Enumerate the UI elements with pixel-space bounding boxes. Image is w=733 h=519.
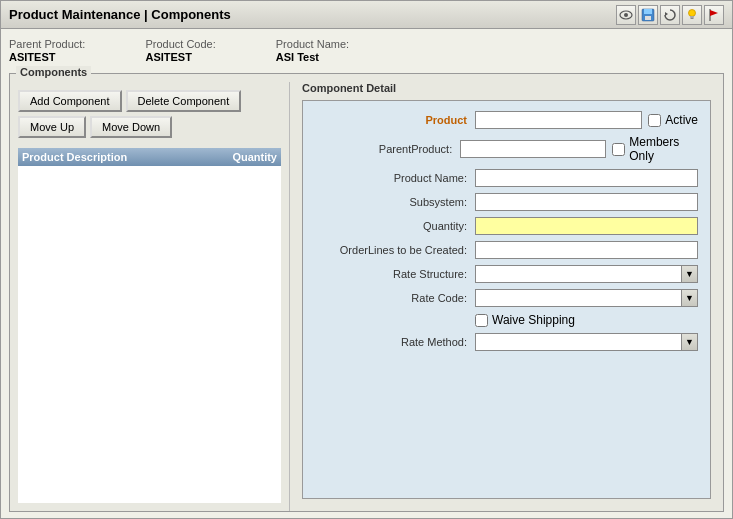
top-button-row: Add Component Delete Component [18,90,281,112]
members-only-label: Members Only [629,135,698,163]
title-sub: Components [151,7,230,22]
components-section: Components Add Component Delete Componen… [9,73,724,512]
quantity-label: Quantity: [315,220,475,232]
svg-rect-3 [644,9,652,14]
rate-method-arrow[interactable]: ▼ [681,334,697,350]
components-inner: Add Component Delete Component Move Up M… [10,74,723,511]
members-only-checkbox[interactable] [612,143,625,156]
active-checkbox[interactable] [648,114,661,127]
rate-structure-arrow[interactable]: ▼ [681,266,697,282]
active-label: Active [665,113,698,127]
window-title: Product Maintenance | Components [9,7,231,22]
waive-shipping-row: Waive Shipping [315,313,698,327]
product-input[interactable] [475,111,642,129]
svg-rect-7 [690,16,694,18]
flag-icon-button[interactable] [704,5,724,25]
title-bar: Product Maintenance | Components [1,1,732,29]
list-header: Product Description Quantity [18,148,281,166]
product-name-row: Product Name: [315,169,698,187]
waive-shipping-group: Waive Shipping [475,313,698,327]
parentproduct-input[interactable] [460,140,606,158]
waive-shipping-label: Waive Shipping [492,313,575,327]
rate-method-dropdown[interactable]: ▼ [475,333,698,351]
product-label: Product [315,114,475,126]
add-component-button[interactable]: Add Component [18,90,122,112]
detail-legend: Component Detail [298,82,400,94]
list-header-description: Product Description [22,151,217,163]
parentproduct-row: ParentProduct: Members Only [315,135,698,163]
refresh-icon-button[interactable] [660,5,680,25]
rate-structure-label: Rate Structure: [315,268,475,280]
rate-code-row: Rate Code: ▼ [315,289,698,307]
svg-marker-10 [710,10,718,16]
main-window: Product Maintenance | Components [0,0,733,519]
parentproduct-label: ParentProduct: [315,143,460,155]
bottom-button-row: Move Up Move Down [18,116,281,138]
left-panel: Add Component Delete Component Move Up M… [10,82,290,511]
list-header-quantity: Quantity [217,151,277,163]
quantity-input[interactable] [475,217,698,235]
parent-product-group: Parent Product: ASITEST [9,37,85,63]
svg-rect-4 [645,16,651,20]
svg-point-6 [689,9,696,16]
subsystem-input[interactable] [475,193,698,211]
title-main: Product Maintenance [9,7,140,22]
svg-rect-8 [691,17,694,19]
product-row: Product Active [315,111,698,129]
toolbar-icons [616,5,724,25]
bulb-icon-button[interactable] [682,5,702,25]
subsystem-label: Subsystem: [315,196,475,208]
save-icon-button[interactable] [638,5,658,25]
quantity-row: Quantity: [315,217,698,235]
product-name-input[interactable] [475,169,698,187]
rate-code-dropdown[interactable]: ▼ [475,289,698,307]
product-code-value: ASITEST [145,51,215,63]
orderlines-row: OrderLines to be Created: [315,241,698,259]
svg-marker-5 [665,12,668,16]
components-list [18,166,281,503]
detail-box: Product Active ParentProduct: [302,100,711,499]
orderlines-input[interactable] [475,241,698,259]
right-panel: Component Detail Product Active [290,82,723,511]
parent-product-label: Parent Product: [9,38,85,50]
parent-info-row: Parent Product: ASITEST Product Code: AS… [9,35,724,65]
members-only-group: Members Only [612,135,698,163]
rate-code-arrow[interactable]: ▼ [681,290,697,306]
product-name-group: Product Name: ASI Test [276,37,349,63]
svg-point-1 [624,13,628,17]
product-name-value: ASI Test [276,51,349,63]
move-up-button[interactable]: Move Up [18,116,86,138]
active-group: Active [648,113,698,127]
main-content: Parent Product: ASITEST Product Code: AS… [1,29,732,518]
delete-component-button[interactable]: Delete Component [126,90,242,112]
product-name-label: Product Name: [276,38,349,50]
rate-structure-row: Rate Structure: ▼ [315,265,698,283]
waive-shipping-checkbox[interactable] [475,314,488,327]
subsystem-row: Subsystem: [315,193,698,211]
components-legend: Components [16,66,91,78]
rate-code-label: Rate Code: [315,292,475,304]
product-code-label: Product Code: [145,38,215,50]
rate-structure-dropdown[interactable]: ▼ [475,265,698,283]
eye-icon-button[interactable] [616,5,636,25]
parent-product-value: ASITEST [9,51,85,63]
rate-method-row: Rate Method: ▼ [315,333,698,351]
product-name-form-label: Product Name: [315,172,475,184]
product-code-group: Product Code: ASITEST [145,37,215,63]
orderlines-label: OrderLines to be Created: [315,244,475,256]
rate-method-label: Rate Method: [315,336,475,348]
move-down-button[interactable]: Move Down [90,116,172,138]
